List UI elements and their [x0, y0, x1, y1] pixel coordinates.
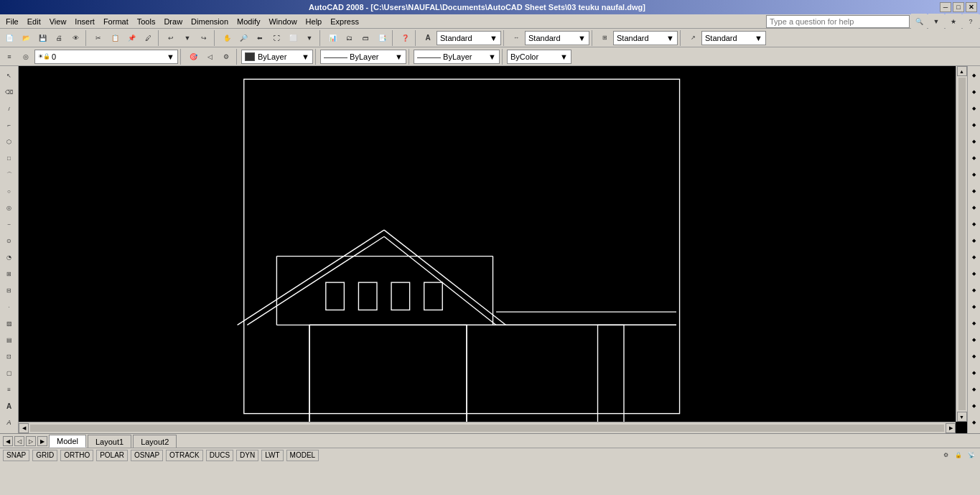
plot-button[interactable]: 🖨 — [51, 30, 67, 46]
zoom-extent[interactable]: ⛶ — [269, 30, 284, 46]
matchprop-button[interactable]: 🖊 — [140, 30, 156, 46]
close-button[interactable]: ✕ — [966, 2, 977, 12]
tab-nav-left[interactable]: ◀ — [3, 436, 13, 446]
menu-dimension[interactable]: Dimension — [187, 16, 233, 27]
polygon-button[interactable]: ⬡ — [1, 134, 17, 149]
erase-button[interactable]: ⌫ — [1, 84, 17, 100]
layer-state-button[interactable]: ◎ — [18, 49, 34, 65]
rt-btn-15[interactable]: ◆ — [969, 299, 979, 315]
menu-help[interactable]: Help — [302, 16, 327, 27]
redo-button[interactable]: ↪ — [196, 30, 212, 46]
favorites-button[interactable]: ★ — [946, 14, 961, 29]
new-button[interactable]: 📄 — [1, 30, 17, 46]
tab-layout2[interactable]: Layout2 — [133, 435, 177, 448]
snap-button[interactable]: SNAP — [3, 450, 29, 461]
text-button[interactable]: A — [1, 415, 17, 430]
rt-btn-8[interactable]: ◆ — [969, 183, 979, 199]
spline-button[interactable]: ~ — [1, 216, 17, 232]
rt-btn-2[interactable]: ◆ — [969, 84, 979, 100]
horizontal-scrollbar[interactable]: ◀ ▶ — [19, 422, 956, 433]
scroll-right-button[interactable]: ▶ — [946, 423, 956, 433]
linetype-dropdown[interactable]: ——— ByLayer▼ — [320, 50, 406, 64]
lwt-button[interactable]: LWT — [261, 450, 283, 461]
open-button[interactable]: 📂 — [18, 30, 34, 46]
rt-btn-5[interactable]: ◆ — [969, 134, 979, 149]
rt-btn-7[interactable]: ◆ — [969, 167, 979, 182]
tab-model[interactable]: Model — [49, 435, 86, 448]
canvas-area[interactable]: Y X ▲ ▼ ◀ ▶ — [19, 66, 967, 433]
rt-btn-20[interactable]: ◆ — [969, 381, 979, 397]
tab-nav-next[interactable]: ▷ — [26, 436, 36, 446]
status-tray-2[interactable]: 🔒 — [953, 450, 964, 461]
dimstyle-dropdown[interactable]: Standard▼ — [525, 31, 589, 45]
color-dropdown[interactable]: ByLayer ▼ — [241, 50, 313, 64]
minimize-button[interactable]: ─ — [940, 2, 951, 12]
select-button[interactable]: ↖ — [1, 68, 17, 83]
status-tray-1[interactable]: ⚙ — [940, 450, 951, 461]
help-search-input[interactable] — [766, 15, 910, 28]
mtext-button[interactable]: A — [1, 398, 17, 414]
menu-insert[interactable]: Insert — [70, 16, 99, 27]
layer-manager-button[interactable]: ≡ — [1, 49, 17, 65]
rt-btn-19[interactable]: ◆ — [969, 365, 979, 381]
revision-button[interactable]: ◎ — [1, 200, 17, 216]
designcenter-button[interactable]: 🗂 — [341, 30, 357, 46]
makeblock-button[interactable]: ⊟ — [1, 282, 17, 298]
undo-button[interactable]: ↩ — [163, 30, 179, 46]
rt-btn-9[interactable]: ◆ — [969, 200, 979, 216]
insert-button[interactable]: ⊞ — [1, 266, 17, 282]
scroll-up-button[interactable]: ▲ — [957, 66, 967, 76]
help-button[interactable]: ? — [963, 14, 979, 29]
point-button[interactable]: · — [1, 299, 17, 315]
grid-button[interactable]: GRID — [32, 450, 57, 461]
gradient-button[interactable]: ▤ — [1, 332, 17, 348]
osnap-button[interactable]: OSNAP — [131, 450, 163, 461]
ortho-button[interactable]: ORTHO — [60, 450, 93, 461]
preview-button[interactable]: 👁 — [67, 30, 83, 46]
rt-btn-13[interactable]: ◆ — [969, 266, 979, 282]
zoom-prev[interactable]: ⬅ — [252, 30, 268, 46]
rt-btn-1[interactable]: ◆ — [969, 68, 979, 83]
scroll-track-vertical[interactable] — [958, 78, 966, 410]
scroll-track-horizontal[interactable] — [30, 425, 944, 432]
undo-drop[interactable]: ▼ — [179, 30, 195, 46]
make-object-layer[interactable]: 🎯 — [185, 49, 201, 65]
help-icon-button[interactable]: ❓ — [397, 30, 413, 46]
menu-draw[interactable]: Draw — [159, 16, 187, 27]
zoom-drop[interactable]: ▼ — [302, 30, 317, 46]
rt-btn-17[interactable]: ◆ — [969, 332, 979, 348]
ellipticarc-button[interactable]: ◔ — [1, 249, 17, 265]
rt-btn-4[interactable]: ◆ — [969, 117, 979, 133]
rectangle-button[interactable]: □ — [1, 150, 17, 166]
layer-prev-button[interactable]: ◁ — [202, 49, 218, 65]
menu-tools[interactable]: Tools — [133, 16, 160, 27]
arc-button[interactable]: ⌒ — [1, 167, 17, 182]
tab-nav-prev[interactable]: ◁ — [14, 436, 24, 446]
maximize-button[interactable]: □ — [953, 2, 964, 12]
rt-btn-21[interactable]: ◆ — [969, 398, 979, 414]
menu-window[interactable]: Window — [264, 16, 301, 27]
copy-button[interactable]: 📋 — [107, 30, 123, 46]
menu-view[interactable]: View — [45, 16, 71, 27]
pan-button[interactable]: ✋ — [219, 30, 235, 46]
hatch-button[interactable]: ▨ — [1, 315, 17, 331]
plotstyle-dropdown[interactable]: ByColor▼ — [507, 50, 571, 64]
dyn-button[interactable]: DYN — [236, 450, 258, 461]
polar-button[interactable]: POLAR — [96, 450, 128, 461]
rt-btn-10[interactable]: ◆ — [969, 216, 979, 232]
model-button[interactable]: MODEL — [286, 450, 319, 461]
layer-dropdown[interactable]: ☀🔒 0 ▼ — [34, 50, 178, 64]
status-tray-3[interactable]: 📡 — [966, 450, 977, 461]
circle-button[interactable]: ○ — [1, 183, 17, 199]
properties-button[interactable]: 📊 — [325, 30, 340, 46]
mleaderstyle-dropdown[interactable]: Standard▼ — [701, 31, 766, 45]
wipeout-button[interactable]: ▢ — [1, 365, 17, 381]
otrack-button[interactable]: OTRACK — [166, 450, 203, 461]
menu-edit[interactable]: Edit — [23, 16, 45, 27]
scroll-down-button[interactable]: ▼ — [957, 412, 967, 422]
zoom-realtime[interactable]: 🔎 — [235, 30, 251, 46]
menu-file[interactable]: File — [1, 16, 23, 27]
rt-btn-14[interactable]: ◆ — [969, 282, 979, 298]
region-button[interactable]: ⊡ — [1, 348, 17, 364]
tab-nav-right[interactable]: ▶ — [37, 436, 47, 446]
